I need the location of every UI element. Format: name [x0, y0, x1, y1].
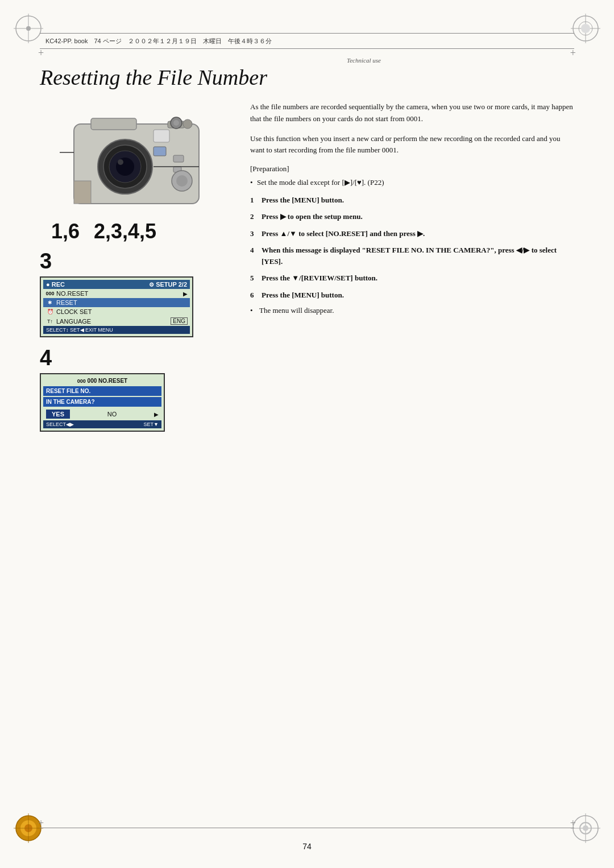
step-text-2: Press ▶ to open the setup menu. [262, 211, 574, 222]
step-num-2: 2 [250, 211, 262, 222]
step-item-5: 5 Press the ▼/[REVIEW/SET] button. [250, 272, 574, 284]
svg-point-3 [26, 26, 31, 31]
step-text-4: When this message is displayed "RESET FI… [262, 245, 574, 267]
step3-label: 3 [40, 249, 233, 274]
screen2-line2: IN THE CAMERA? [43, 397, 161, 407]
screen1-header-right: ⚙ SETUP 2/2 [149, 281, 187, 288]
intro-paragraph-2: Use this function when you insert a new … [250, 133, 574, 157]
step-text-6: Press the [MENU] button. [262, 290, 574, 301]
svg-rect-27 [154, 130, 169, 142]
intro-paragraph-1: As the file numbers are recorded sequent… [250, 101, 574, 125]
preparation-label: [Preparation] [250, 164, 574, 173]
svg-point-30 [183, 119, 192, 129]
step-item-3: 3 Press ▲/▼ to select [NO.RESET] and the… [250, 228, 574, 239]
screen2-no: NO [103, 410, 122, 419]
screen1-row-noreset: 000 NO.RESET ▶ [43, 289, 190, 298]
diagram-label-left: 1,6 [51, 220, 80, 243]
screen1-row-clockset: ⏰ CLOCK SET [43, 307, 190, 316]
steps-list: 1 Press the [MENU] button. 2 Press ▶ to … [250, 195, 574, 301]
svg-rect-21 [91, 118, 136, 130]
step-text-1: Press the [MENU] button. [262, 195, 574, 206]
svg-rect-28 [154, 147, 166, 156]
step-item-4: 4 When this message is displayed "RESET … [250, 245, 574, 267]
step-text-3: Press ▲/▼ to select [NO.RESET] and then … [262, 228, 574, 239]
page-number: 74 [302, 842, 312, 851]
screen1-row-language: T↑ LANGUAGE ENG [43, 316, 190, 326]
svg-rect-34 [173, 155, 184, 162]
screen2-line1: RESET FILE NO. [43, 386, 161, 396]
screen1-header-left: ● REC [46, 281, 65, 288]
step-num-1: 1 [250, 195, 262, 206]
step4-container: 4 000 000 NO.RESET RESET FILE NO. IN THE… [40, 346, 233, 432]
main-content: Technical use Resetting the File Number [40, 57, 574, 822]
left-column: 1,6 2,3,4,5 3 ● REC ⚙ SETUP 2/2 [40, 101, 233, 440]
step-num-6: 6 [250, 290, 262, 301]
bottom-divider [40, 828, 574, 828]
svg-point-37 [176, 175, 188, 187]
svg-point-9 [581, 24, 590, 33]
screen2-bottom: YES NO ▶ [43, 408, 161, 420]
step-text-5: Press the ▼/[REVIEW/SET] button. [262, 272, 574, 284]
screen1-row-reset: ✱ RESET [43, 298, 190, 307]
technical-use-label: Technical use [154, 57, 574, 64]
svg-rect-33 [74, 181, 91, 204]
two-column-layout: 1,6 2,3,4,5 3 ● REC ⚙ SETUP 2/2 [40, 101, 574, 440]
right-column: As the file numbers are recorded sequent… [250, 101, 574, 440]
camera-image [57, 101, 216, 215]
preparation-bullet: Set the mode dial except for [▶]/[♥]. (P… [250, 177, 574, 189]
screen2-yes: YES [46, 410, 70, 419]
screen-mockup-1: ● REC ⚙ SETUP 2/2 000 NO.RESET ▶ [40, 276, 193, 337]
diagram-label-right: 2,3,4,5 [94, 220, 156, 243]
svg-point-32 [173, 120, 179, 126]
step-num-4: 4 [250, 245, 262, 267]
step-num-5: 5 [250, 272, 262, 284]
screen2-arrow: ▶ [154, 411, 159, 418]
step-num-3: 3 [250, 228, 262, 239]
step3-container: 3 ● REC ⚙ SETUP 2/2 000 NO.RESET [40, 249, 233, 337]
svg-point-19 [583, 825, 588, 831]
screen1-footer: SELECT↕ SET◀ EXIT MENU [43, 326, 190, 334]
step-item-2: 2 Press ▶ to open the setup menu. [250, 211, 574, 222]
sub-bullet: The menu will disappear. [250, 306, 574, 315]
step-item-6: 6 Press the [MENU] button. [250, 290, 574, 301]
header-bar: KC42-PP. book 74 ページ ２００２年１２月１９日 木曜日 午後４… [40, 33, 574, 49]
screen1-header: ● REC ⚙ SETUP 2/2 [43, 280, 190, 289]
screen2-footer: SELECT◀▶ SET▼ [43, 420, 161, 428]
svg-point-26 [118, 159, 123, 165]
diagram-labels: 1,6 2,3,4,5 [51, 220, 233, 243]
screen-mockup-2: 000 000 NO.RESET RESET FILE NO. IN THE C… [40, 373, 165, 432]
page-title: Resetting the File Number [40, 65, 574, 90]
step4-label: 4 [40, 346, 233, 370]
step-item-1: 1 Press the [MENU] button. [250, 195, 574, 206]
screen2-top: 000 000 NO.RESET [43, 377, 161, 385]
header-text: KC42-PP. book 74 ページ ２００２年１２月１９日 木曜日 午後４… [45, 37, 272, 46]
page: + + + + KC42-PP. book 74 ページ ２００２年１２月１９日… [0, 0, 614, 868]
